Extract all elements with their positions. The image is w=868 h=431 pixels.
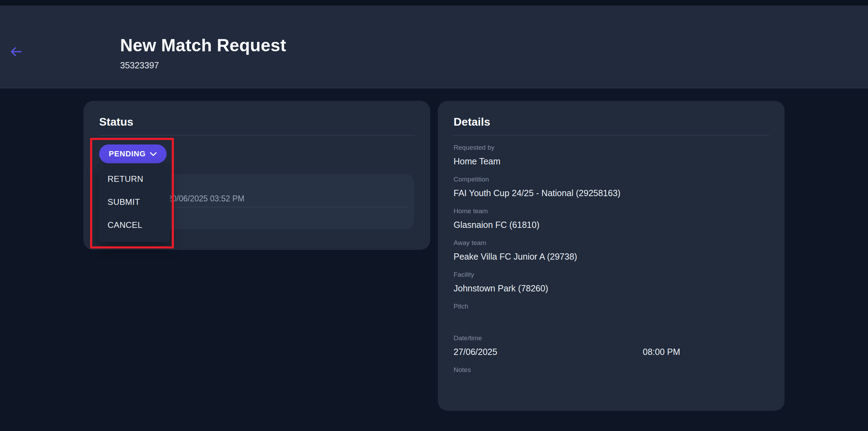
time-value: 08:00 PM bbox=[643, 346, 680, 357]
field-date-time: Date/time 27/06/2025 08:00 PM bbox=[454, 334, 769, 357]
field-label: Home team bbox=[454, 207, 769, 215]
back-button[interactable] bbox=[8, 43, 24, 60]
details-card: Details Requested by Home Team Competiti… bbox=[438, 101, 785, 411]
status-dropdown-label: PENDING bbox=[109, 149, 146, 158]
field-value: FAI Youth Cup 24/25 - National (29258163… bbox=[454, 187, 769, 199]
status-history-timestamp: 20/06/2025 03:52 PM bbox=[168, 194, 244, 203]
main-content: Status 20/06/2025 03:52 PM PENDING RETUR… bbox=[0, 88, 868, 411]
field-value: Glasnaion FC (61810) bbox=[454, 219, 769, 230]
menu-item-return[interactable]: RETURN bbox=[98, 168, 170, 191]
field-value: Peake Villa FC Junior A (29738) bbox=[454, 251, 769, 262]
field-home-team: Home team Glasnaion FC (61810) bbox=[454, 207, 769, 230]
field-label: Notes bbox=[454, 366, 769, 374]
status-dropdown-menu: RETURN SUBMIT CANCEL bbox=[98, 163, 170, 242]
status-card: Status 20/06/2025 03:52 PM PENDING RETUR… bbox=[83, 101, 430, 250]
field-pitch: Pitch bbox=[454, 302, 769, 326]
field-requested-by: Requested by Home Team bbox=[454, 143, 769, 167]
status-dropdown-button[interactable]: PENDING bbox=[99, 144, 167, 163]
details-card-divider bbox=[453, 135, 769, 135]
field-value: 27/06/2025 08:00 PM bbox=[454, 346, 769, 357]
menu-item-cancel[interactable]: CANCEL bbox=[98, 214, 170, 237]
details-fields: Requested by Home Team Competition FAI Y… bbox=[454, 143, 769, 389]
top-strip bbox=[0, 0, 868, 6]
arrow-left-icon bbox=[10, 46, 22, 57]
field-away-team: Away team Peake Villa FC Junior A (29738… bbox=[454, 239, 769, 262]
page-title: New Match Request bbox=[120, 35, 286, 56]
field-label: Date/time bbox=[454, 334, 769, 342]
date-value: 27/06/2025 bbox=[454, 347, 497, 357]
field-label: Requested by bbox=[454, 143, 769, 152]
chevron-down-icon bbox=[150, 152, 157, 156]
field-competition: Competition FAI Youth Cup 24/25 - Nation… bbox=[454, 175, 769, 199]
menu-item-submit[interactable]: SUBMIT bbox=[98, 191, 170, 214]
field-notes: Notes bbox=[454, 366, 769, 389]
field-label: Pitch bbox=[454, 302, 769, 311]
field-value: Home Team bbox=[454, 156, 769, 167]
field-facility: Facility Johnstown Park (78260) bbox=[454, 270, 769, 294]
header-text: New Match Request 35323397 bbox=[120, 35, 286, 70]
field-value bbox=[454, 314, 769, 326]
field-value bbox=[454, 378, 769, 389]
page-subtitle: 35323397 bbox=[120, 60, 286, 70]
field-label: Away team bbox=[454, 239, 769, 247]
page: New Match Request 35323397 Status 20/06/… bbox=[0, 0, 868, 431]
field-label: Competition bbox=[454, 175, 769, 184]
field-value: Johnstown Park (78260) bbox=[454, 283, 769, 294]
status-card-divider bbox=[99, 135, 415, 135]
app-header: New Match Request 35323397 bbox=[0, 6, 868, 88]
field-label: Facility bbox=[454, 270, 769, 279]
status-card-title: Status bbox=[99, 115, 414, 129]
details-card-title: Details bbox=[454, 115, 769, 129]
